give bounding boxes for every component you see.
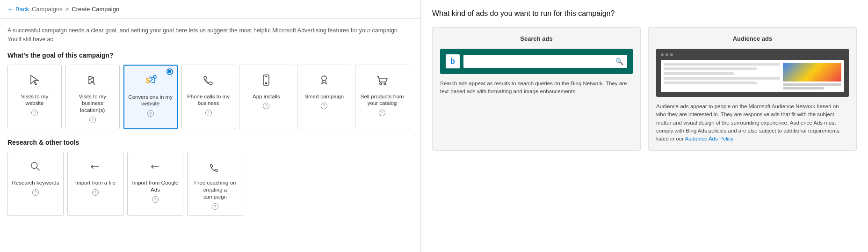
tool-label-import-google: Import from Google Ads	[131, 179, 179, 193]
svg-point-1	[153, 75, 156, 78]
goal-label-conversions: Conversions in my website	[128, 94, 173, 108]
search-ads-card: Search ads b 🔍 Search ads appear as resu…	[432, 27, 641, 151]
browser-dot-2	[665, 53, 668, 56]
info-icon-app-installs[interactable]: ?	[263, 103, 269, 109]
content-line-5	[664, 82, 757, 84]
info-icon-research-keywords[interactable]: ?	[32, 189, 39, 196]
ad-text-line-1	[783, 83, 841, 86]
smart-icon	[317, 71, 332, 89]
goal-card-visits-location[interactable]: Visits to my business location(s) ?	[65, 65, 120, 130]
goal-section-title: What's the goal of this campaign?	[0, 48, 420, 65]
info-icon-visits-website[interactable]: ?	[31, 110, 38, 116]
goal-card-phone-calls[interactable]: Phone calls to my business ?	[181, 65, 236, 130]
tool-card-research-keywords[interactable]: Research keywords ?	[7, 152, 64, 216]
left-panel: ← Back Campaigns > Create Campaign A suc…	[0, 0, 421, 252]
back-button[interactable]: ← Back	[7, 6, 29, 13]
audience-ads-title: Audience ads	[656, 35, 849, 42]
info-icon-conversions[interactable]: ?	[147, 110, 154, 117]
back-label: Back	[15, 6, 29, 13]
tool-card-import-google[interactable]: Import from Google Ads ?	[127, 152, 183, 216]
info-icon-import-google[interactable]: ?	[152, 196, 159, 203]
goal-label-phone-calls: Phone calls to my business	[186, 93, 231, 107]
svg-point-10	[384, 83, 386, 85]
ad-text-line-2	[783, 87, 824, 89]
back-arrow-icon: ←	[7, 6, 14, 13]
goal-label-app-installs: App installs	[253, 93, 280, 100]
search-icon: 🔍	[615, 58, 623, 65]
audience-ad-block	[783, 63, 841, 89]
svg-point-11	[31, 163, 37, 169]
audience-ads-preview	[656, 49, 849, 97]
info-icon-visits-location[interactable]: ?	[89, 117, 96, 123]
info-icon-smart-campaign[interactable]: ?	[321, 103, 327, 109]
radio-conversions	[166, 68, 173, 75]
ad-text-lines	[783, 83, 841, 89]
app-icon	[259, 71, 274, 89]
breadcrumb-current: Create Campaign	[72, 6, 119, 13]
ads-grid: Search ads b 🔍 Search ads appear as resu…	[432, 27, 857, 151]
browser-dot-3	[670, 53, 673, 56]
search-bar-mock: 🔍	[463, 55, 627, 68]
tool-label-free-coaching: Free coaching on creating a campaign	[191, 179, 239, 200]
info-icon-sell-products[interactable]: ?	[379, 110, 385, 116]
svg-line-12	[36, 168, 40, 171]
audience-ads-description: Audience ads appear to people on the Mic…	[656, 103, 849, 143]
right-panel: What kind of ads do you want to run for …	[421, 0, 868, 252]
goal-label-smart-campaign: Smart campaign	[304, 93, 344, 100]
cursor-icon	[27, 71, 42, 89]
ad-image-mock	[783, 63, 841, 82]
tool-label-import-file: Import from a file	[75, 179, 116, 186]
coaching-icon	[209, 158, 221, 176]
phone-icon	[201, 71, 216, 89]
goal-card-visits-website[interactable]: Visits to my website ?	[7, 65, 62, 130]
svg-point-9	[380, 83, 382, 85]
goal-card-sell-products[interactable]: Sell products from your catalog ?	[355, 65, 409, 130]
goal-label-sell-products: Sell products from your catalog	[359, 93, 405, 107]
goal-label-visits-website: Visits to my website	[12, 93, 58, 107]
svg-point-4	[266, 82, 267, 84]
content-lines	[664, 63, 780, 89]
right-panel-title: What kind of ads do you want to run for …	[432, 9, 857, 18]
audience-ads-card: Audience ads	[648, 27, 857, 151]
svg-text:$: $	[146, 77, 150, 85]
content-line-1	[664, 63, 780, 66]
tools-grid: Research keywords ? Import from a file ?	[0, 152, 420, 223]
campaign-goals-grid: Visits to my website ? Visits to my busi…	[0, 65, 420, 137]
search-tool-icon	[29, 158, 42, 176]
goal-label-visits-location: Visits to my business location(s)	[70, 93, 116, 114]
browser-bar	[661, 53, 844, 56]
bing-logo: b	[446, 54, 460, 68]
audience-ads-policy-link[interactable]: Audience Ads Policy.	[685, 136, 735, 141]
breadcrumb-separator: Campaigns	[32, 6, 63, 13]
info-icon-free-coaching[interactable]: ?	[212, 203, 218, 210]
content-line-3	[664, 72, 734, 75]
location-icon	[85, 71, 100, 89]
info-icon-import-file[interactable]: ?	[92, 189, 99, 196]
tool-label-research-keywords: Research keywords	[12, 179, 59, 186]
search-ads-preview: b 🔍	[440, 49, 633, 74]
search-ads-title: Search ads	[440, 35, 633, 42]
content-line-4	[664, 77, 780, 80]
tool-card-free-coaching[interactable]: Free coaching on creating a campaign ?	[187, 152, 243, 216]
goal-card-smart-campaign[interactable]: Smart campaign ?	[297, 65, 351, 130]
breadcrumb: ← Back Campaigns > Create Campaign	[0, 0, 420, 19]
import-google-icon	[149, 158, 161, 176]
info-icon-phone-calls[interactable]: ?	[205, 110, 212, 116]
content-line-2	[664, 67, 757, 70]
tool-card-import-file[interactable]: Import from a file ?	[67, 152, 123, 216]
campaign-description: A successful campaign needs a clear goal…	[0, 19, 420, 48]
import-file-icon	[89, 158, 101, 176]
search-ads-description: Search ads appear as results to search q…	[440, 80, 633, 96]
browser-dot-1	[661, 53, 664, 56]
audience-description-text: Audience ads appear to people on the Mic…	[656, 104, 839, 141]
cart-icon	[375, 71, 390, 89]
goal-card-conversions[interactable]: $ Conversions in my website ?	[123, 65, 178, 130]
goal-card-app-installs[interactable]: App installs ?	[239, 65, 293, 130]
breadcrumb-arrow: >	[65, 6, 69, 13]
tools-section-title: Research & other tools	[0, 137, 420, 152]
audience-content-area	[661, 60, 844, 92]
conversion-icon: $	[143, 71, 158, 90]
